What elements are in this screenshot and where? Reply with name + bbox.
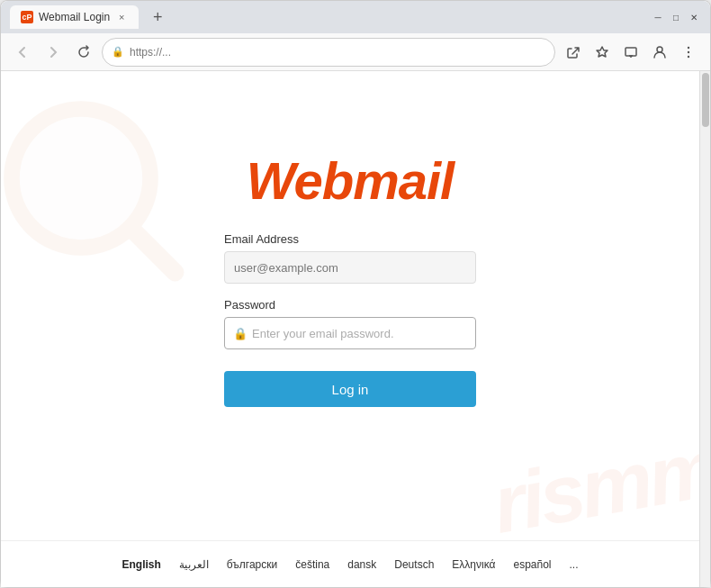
browser-toolbar: 🔒 — [1, 33, 710, 71]
title-bar: cP Webmail Login × + ─ □ ✕ — [1, 1, 710, 33]
address-bar[interactable]: 🔒 — [102, 38, 555, 67]
language-bar: EnglishالعربيةбългарскиčeštinadanskDeuts… — [1, 540, 699, 587]
page-content-wrapper: rismm Webmail Email Address Password 🔒 L… — [1, 71, 710, 587]
tab-favicon: cP — [21, 11, 33, 23]
scrollbar-track[interactable] — [699, 71, 710, 587]
refresh-button[interactable] — [71, 40, 96, 65]
password-label: Password — [224, 298, 476, 312]
language-item-el[interactable]: Ελληνικά — [452, 558, 495, 571]
svg-rect-1 — [626, 48, 636, 56]
toolbar-actions — [561, 40, 701, 65]
active-tab[interactable]: cP Webmail Login × — [10, 5, 139, 29]
language-item-es[interactable]: español — [513, 558, 551, 571]
svg-point-7 — [688, 55, 689, 57]
cast-icon[interactable] — [618, 40, 644, 65]
address-input[interactable] — [130, 46, 545, 59]
language-item-cs[interactable]: čeština — [295, 558, 329, 571]
tab-close-button[interactable]: × — [115, 11, 128, 23]
svg-point-5 — [688, 46, 689, 48]
profile-icon[interactable] — [647, 40, 672, 65]
tab-title: Webmail Login — [39, 11, 110, 23]
back-button[interactable] — [10, 40, 35, 65]
menu-icon[interactable] — [676, 40, 701, 65]
language-item-de[interactable]: Deutsch — [394, 558, 434, 571]
password-input-wrapper: 🔒 — [224, 317, 476, 349]
forward-button[interactable] — [40, 40, 66, 65]
login-button[interactable]: Log in — [224, 371, 476, 407]
page-content: rismm Webmail Email Address Password 🔒 L… — [1, 71, 699, 587]
login-container: Webmail Email Address Password 🔒 Log in — [1, 71, 699, 540]
password-form-group: Password 🔒 — [224, 298, 476, 349]
minimize-button[interactable]: ─ — [651, 10, 665, 24]
browser-window: cP Webmail Login × + ─ □ ✕ 🔒 — [0, 0, 711, 588]
svg-point-4 — [657, 47, 662, 52]
share-icon[interactable] — [561, 40, 586, 65]
language-item-bg[interactable]: български — [227, 558, 277, 571]
scrollbar-thumb[interactable] — [702, 73, 709, 127]
password-input[interactable] — [224, 317, 476, 349]
svg-point-6 — [688, 50, 689, 52]
language-item-en[interactable]: English — [122, 558, 160, 571]
new-tab-button[interactable]: + — [146, 5, 169, 29]
bookmark-icon[interactable] — [590, 40, 615, 65]
email-form-group: Email Address — [224, 232, 476, 284]
password-lock-icon: 🔒 — [233, 327, 248, 340]
webmail-logo: Webmail — [247, 150, 454, 211]
language-item-da[interactable]: dansk — [347, 558, 376, 571]
window-controls: ─ □ ✕ — [651, 10, 701, 24]
close-button[interactable]: ✕ — [687, 10, 701, 24]
email-label: Email Address — [224, 232, 476, 246]
language-item-ar[interactable]: العربية — [179, 558, 209, 571]
lock-icon: 🔒 — [112, 46, 124, 58]
language-item-more[interactable]: ... — [570, 558, 579, 571]
svg-marker-0 — [597, 47, 608, 57]
maximize-button[interactable]: □ — [669, 10, 683, 24]
email-input[interactable] — [224, 251, 476, 284]
